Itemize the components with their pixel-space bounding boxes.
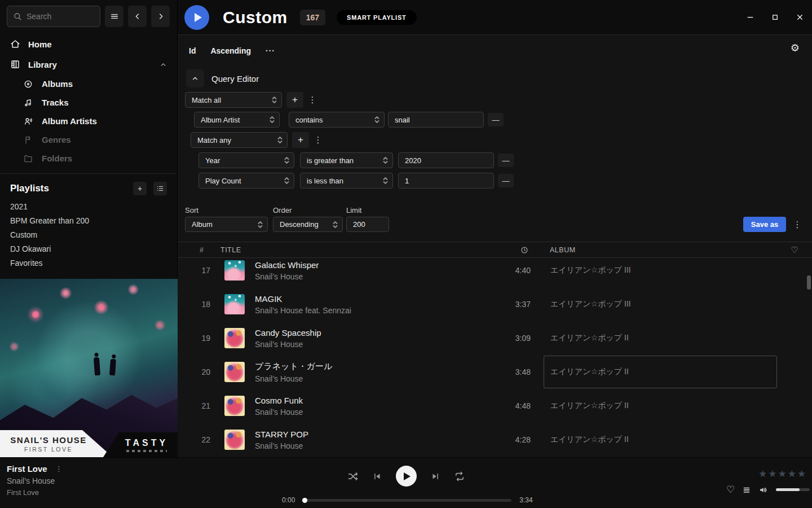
plus-icon: + [138, 184, 142, 193]
remove-rule-button[interactable]: — [488, 113, 504, 126]
favorite-button[interactable]: ♡ [726, 484, 735, 496]
sidebar-item-tracks[interactable]: Tracks [0, 93, 177, 112]
table-row[interactable]: 18 MAGIK Snail’s House feat. Sennzai 3:3… [178, 287, 812, 321]
track-album-focused[interactable]: エイリアン☆ポップ II [544, 356, 777, 388]
sort-field-button[interactable]: Id [189, 46, 196, 55]
match-select-group-1[interactable]: Match all [185, 92, 282, 108]
minus-icon: — [492, 116, 500, 124]
remove-rule-button[interactable]: — [498, 154, 514, 167]
sidebar-item-library[interactable]: Library [0, 54, 177, 75]
rule-value-input[interactable] [398, 173, 494, 189]
seek-slider[interactable] [303, 499, 511, 502]
column-header-favorite[interactable]: ♡ [777, 245, 812, 255]
order-select-value: Descending [280, 220, 333, 229]
star-icon[interactable]: ★ [797, 468, 806, 480]
play-pause-button[interactable] [396, 466, 417, 487]
sidebar-item-genres[interactable]: Genres [0, 130, 177, 149]
volume-slider[interactable] [776, 488, 810, 491]
settings-button[interactable]: ⚙ [791, 42, 800, 54]
column-header-title[interactable]: TITLE [210, 246, 486, 254]
order-select[interactable]: Descending [273, 217, 343, 232]
table-row[interactable]: 19 Candy Spaceship Snail’s House 3:09 エイ… [178, 321, 812, 355]
rule-value-input[interactable] [388, 112, 484, 128]
rule-operator-select[interactable]: is greater than [300, 152, 393, 168]
playlist-item[interactable]: Favorites [0, 256, 177, 270]
table-row[interactable]: 20 プラネット・ガール Snail’s House 3:48 エイリアン☆ポッ… [178, 355, 812, 389]
match-select-group-2[interactable]: Match any [191, 132, 288, 148]
track-album[interactable]: エイリアン☆ポップ II [544, 322, 777, 354]
play-playlist-button[interactable] [184, 5, 209, 30]
star-icon[interactable]: ★ [758, 468, 767, 480]
limit-input[interactable] [346, 217, 389, 232]
repeat-button[interactable] [454, 471, 465, 482]
track-artist: Snail’s House [255, 408, 486, 417]
more-options-button[interactable]: ··· [266, 46, 275, 55]
rule-field-select[interactable]: Play Count [198, 173, 294, 189]
track-album[interactable]: エイリアン☆ポップ II [544, 423, 777, 456]
group-2-menu-button[interactable]: ⋮ [313, 132, 323, 148]
sort-select[interactable]: Album [185, 217, 268, 232]
list-toolbar: Id Ascending ··· ⚙ [178, 35, 812, 67]
playlist-item[interactable]: Custom [0, 228, 177, 242]
track-album[interactable]: エイリアン☆ポップ II [544, 389, 777, 422]
menu-button[interactable] [105, 6, 123, 27]
sidebar-item-folders[interactable]: Folders [0, 149, 177, 168]
group-1-menu-button[interactable]: ⋮ [307, 92, 317, 108]
rule-operator-select[interactable]: is less than [300, 173, 393, 189]
next-track-button[interactable] [430, 471, 440, 481]
hamburger-icon [110, 12, 119, 21]
star-icon[interactable]: ★ [768, 468, 776, 480]
query-editor-collapse-button[interactable] [186, 69, 204, 87]
previous-track-button[interactable] [372, 471, 382, 481]
sidebar-item-album-artists[interactable]: Album Artists [0, 112, 177, 130]
table-row[interactable]: 17 Galactic Whisper Snail’s House 4:40 エ… [178, 259, 812, 287]
track-thumbnail [224, 362, 245, 382]
remove-rule-button[interactable]: — [498, 174, 514, 187]
playback-controls [0, 466, 812, 487]
track-duration: 4:28 [486, 435, 531, 444]
rating-stars[interactable]: ★ ★ ★ ★ ★ [758, 468, 806, 480]
add-rule-button-group-2[interactable]: + [292, 132, 309, 148]
sidebar-item-home[interactable]: Home [0, 34, 177, 54]
window-minimize-button[interactable] [738, 5, 762, 30]
flag-icon [24, 135, 33, 144]
table-row[interactable]: 21 Cosmo Funk Snail’s House 4:48 エイリアン☆ポ… [178, 389, 812, 423]
track-album[interactable]: エイリアン☆ポップ III [544, 259, 777, 287]
track-artist: Snail’s House [255, 340, 486, 349]
window-close-button[interactable] [787, 5, 812, 30]
playlist-list-button[interactable] [153, 182, 167, 195]
rule-operator-select[interactable]: contains [289, 112, 385, 128]
shuffle-button[interactable] [347, 471, 359, 482]
playlist-item[interactable]: 2021 [0, 200, 177, 214]
player-bar: First Love ⋮ Snail’s House First Love [0, 457, 812, 508]
nav-back-button[interactable] [128, 6, 147, 27]
column-header-duration[interactable] [486, 246, 531, 254]
table-row[interactable]: 22 STARRY POP Snail’s House 4:28 エイリアン☆ポ… [178, 423, 812, 457]
seek-knob[interactable] [302, 498, 307, 503]
track-number: 22 [178, 435, 210, 444]
search-box[interactable] [7, 6, 100, 27]
queue-button[interactable] [742, 485, 751, 494]
nav-forward-button[interactable] [151, 6, 170, 27]
star-icon[interactable]: ★ [778, 468, 787, 480]
search-input[interactable] [27, 12, 94, 21]
playlist-item[interactable]: DJ Okawari [0, 242, 177, 256]
scrollbar-thumb[interactable] [807, 275, 811, 290]
star-icon[interactable]: ★ [788, 468, 796, 480]
album-art-artist: SNAIL'S HOUSE [3, 435, 94, 445]
add-playlist-button[interactable]: + [133, 182, 147, 195]
add-rule-button-group-1[interactable]: + [286, 92, 303, 108]
volume-button[interactable] [758, 485, 769, 495]
save-as-button[interactable]: Save as [743, 217, 786, 232]
rule-field-select[interactable]: Album Artist [194, 112, 280, 128]
sidebar-item-albums[interactable]: Albums [0, 75, 177, 93]
rule-value-input[interactable] [398, 152, 494, 168]
track-album[interactable]: エイリアン☆ポップ III [544, 288, 777, 321]
query-menu-button[interactable]: ⋮ [792, 217, 802, 233]
rule-field-select[interactable]: Year [198, 152, 294, 168]
column-header-album[interactable]: ALBUM [544, 246, 777, 254]
sort-direction-button[interactable]: Ascending [210, 46, 251, 55]
playlist-item[interactable]: BPM Greater than 200 [0, 214, 177, 228]
now-playing-album-art[interactable]: SNAIL'S HOUSE FIRST LOVE TASTY [0, 279, 178, 457]
window-maximize-button[interactable] [762, 5, 787, 30]
